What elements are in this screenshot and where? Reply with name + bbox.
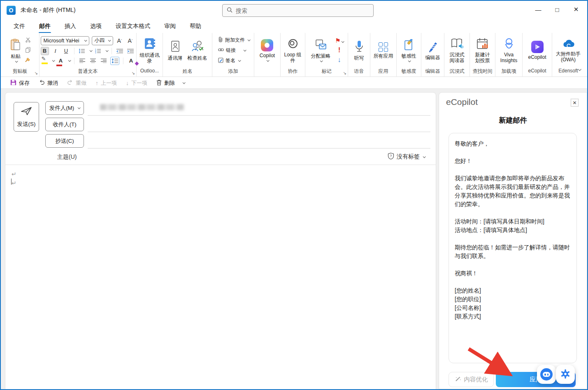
font-name-combo[interactable]: Microsoft YaHei	[41, 36, 89, 45]
from-field[interactable]	[88, 115, 430, 116]
delete-button[interactable]: 删除	[153, 78, 179, 88]
minimize-button[interactable]: —	[529, 2, 548, 17]
search-box[interactable]	[222, 4, 374, 17]
format-painter-icon[interactable]	[25, 57, 31, 64]
shrink-font-button[interactable]: Aˇ	[126, 37, 135, 45]
group-label-outlook: Outloo...	[137, 68, 163, 77]
basic-text-dialog-launcher[interactable]: ↘	[132, 71, 135, 75]
group-copilot: Copilot	[254, 33, 281, 77]
tab-review[interactable]: 审阅	[159, 21, 181, 32]
dictate-button[interactable]: 听写	[353, 39, 365, 62]
apps-grid-icon	[379, 42, 388, 52]
save-button[interactable]: 保存	[7, 78, 33, 88]
group-label-findtime: 查找时间	[470, 68, 495, 77]
group-label-ecopilot: eCopilot	[523, 68, 552, 77]
gear-icon	[560, 369, 571, 381]
optimize-content-button[interactable]: 内容优化	[449, 372, 494, 387]
font-color-icon[interactable]: A	[57, 57, 65, 65]
increase-indent-icon[interactable]	[126, 47, 135, 55]
line-spacing-icon[interactable]	[110, 57, 119, 65]
from-button[interactable]: 发件人(M)	[45, 101, 84, 115]
ecopilot-icon	[531, 41, 544, 53]
sensitivity-button[interactable]: 敏感性	[400, 38, 418, 63]
editor-button[interactable]: 编辑器	[424, 40, 442, 61]
send-button[interactable]: 发送(S)	[14, 102, 39, 132]
clear-formatting-icon[interactable]: A	[127, 57, 135, 65]
link-button[interactable]: 链接	[218, 47, 246, 54]
tab-message[interactable]: 邮件	[34, 21, 56, 32]
copilot-button[interactable]: Copilot	[258, 38, 276, 63]
tab-help[interactable]: 帮助	[184, 21, 207, 32]
ecopilot-button[interactable]: eCopilot	[527, 40, 547, 61]
settings-button[interactable]	[556, 365, 575, 384]
attach-file-button[interactable]: 附加文件	[218, 37, 250, 44]
align-left-icon[interactable]	[78, 57, 86, 65]
to-field[interactable]	[88, 132, 430, 132]
group-include: 附加文件 链接 签名 添加	[212, 33, 254, 77]
group-tags: 分配策略 ⚑ ! ↓ 标记 ↘	[305, 33, 348, 77]
search-input[interactable]	[236, 7, 369, 14]
loop-component-button[interactable]: Loop 组件	[282, 37, 303, 64]
to-button[interactable]: 收件人(T)	[45, 118, 84, 131]
panel-heading: 新建邮件	[439, 116, 587, 125]
font-size-combo[interactable]: 小四	[92, 36, 113, 45]
big-attachment-helper-button[interactable]: 大附件助手(OWA)	[554, 38, 583, 63]
grow-font-button[interactable]: Aˆ	[116, 37, 124, 45]
group-outlook: 组织通讯录 Outloo...	[137, 33, 163, 77]
assistant-chat-button[interactable]	[537, 365, 556, 384]
address-book-icon	[144, 37, 156, 51]
ecopilot-panel: eCopilot ✕ 新建邮件 尊敬的客户， 您好！ 我们诚挚地邀请您参加即将举…	[439, 92, 587, 389]
message-body[interactable]: ↵ ↵	[5, 165, 436, 390]
follow-up-flag-icon[interactable]: ⚑	[335, 37, 343, 44]
address-book-button[interactable]: 通讯簿	[167, 39, 184, 62]
policy-folder-icon	[314, 39, 327, 52]
viva-insights-button[interactable]: Viva Insights	[497, 37, 521, 64]
cc-field[interactable]	[88, 148, 430, 149]
redo-button[interactable]: 重做	[63, 78, 90, 88]
tab-insert[interactable]: 插入	[59, 21, 81, 32]
quick-access-toolbar: 保存 撤消 重做 ↑ 上一项 ↓ 下一项 删除	[1, 77, 587, 89]
next-item-button[interactable]: ↓ 下一项	[122, 78, 151, 88]
redo-icon	[67, 79, 73, 86]
paste-button[interactable]: 粘贴	[9, 38, 22, 63]
new-poll-button[interactable]: 新建计划投票	[472, 37, 493, 64]
immersive-reader-button[interactable]: 沉浸式阅读器	[446, 37, 468, 64]
align-right-icon[interactable]	[100, 57, 108, 65]
numbered-list-icon[interactable]: 123	[94, 47, 102, 55]
assign-policy-button[interactable]: 分配策略	[309, 38, 332, 63]
signature-button[interactable]: 签名	[218, 57, 240, 64]
toolbar-overflow-icon[interactable]	[183, 81, 186, 84]
cut-icon[interactable]	[25, 37, 31, 44]
decrease-indent-icon[interactable]	[116, 47, 124, 55]
bold-button[interactable]: B	[41, 47, 49, 55]
group-apps: 所有应用 应用	[370, 33, 397, 77]
tab-options[interactable]: 选项	[85, 21, 107, 32]
align-center-icon[interactable]	[89, 57, 97, 65]
no-label-dropdown[interactable]: ? 没有标签	[388, 153, 425, 161]
italic-button[interactable]: I	[51, 47, 60, 55]
cc-button[interactable]: 抄送(C)	[45, 134, 84, 148]
previous-item-button[interactable]: ↑ 上一项	[92, 78, 121, 88]
maximize-button[interactable]: □	[548, 2, 567, 17]
group-label-immersive: 沉浸式	[444, 68, 469, 77]
tags-dialog-launcher[interactable]: ↘	[343, 71, 346, 75]
group-label-apps: 应用	[370, 68, 396, 77]
check-names-button[interactable]: 检查姓名	[186, 39, 209, 62]
bullet-list-icon[interactable]	[78, 47, 86, 55]
from-address-redacted	[100, 104, 184, 110]
all-apps-button[interactable]: 所有应用	[372, 42, 395, 60]
generated-email-text: 尊敬的客户， 您好！ 我们诚挚地邀请您参加即将举办的新品发布会。此次活动将展示我…	[449, 133, 577, 363]
tab-format-text[interactable]: 设置文本格式	[110, 21, 156, 32]
close-button[interactable]: ✕	[567, 2, 586, 17]
highlight-color-icon[interactable]	[41, 57, 49, 65]
panel-close-button[interactable]: ✕	[571, 99, 579, 107]
org-address-book-button[interactable]: 组织通讯录	[138, 37, 161, 65]
group-label-tags: 标记	[305, 68, 348, 77]
low-importance-icon[interactable]: ↓	[337, 56, 341, 64]
tab-file[interactable]: 文件	[8, 21, 30, 32]
undo-button[interactable]: 撤消	[35, 78, 62, 88]
copy-icon[interactable]	[25, 47, 31, 54]
high-importance-icon[interactable]: !	[338, 46, 341, 54]
underline-button[interactable]: U	[62, 47, 70, 55]
clipboard-dialog-launcher[interactable]: ↘	[35, 71, 38, 75]
